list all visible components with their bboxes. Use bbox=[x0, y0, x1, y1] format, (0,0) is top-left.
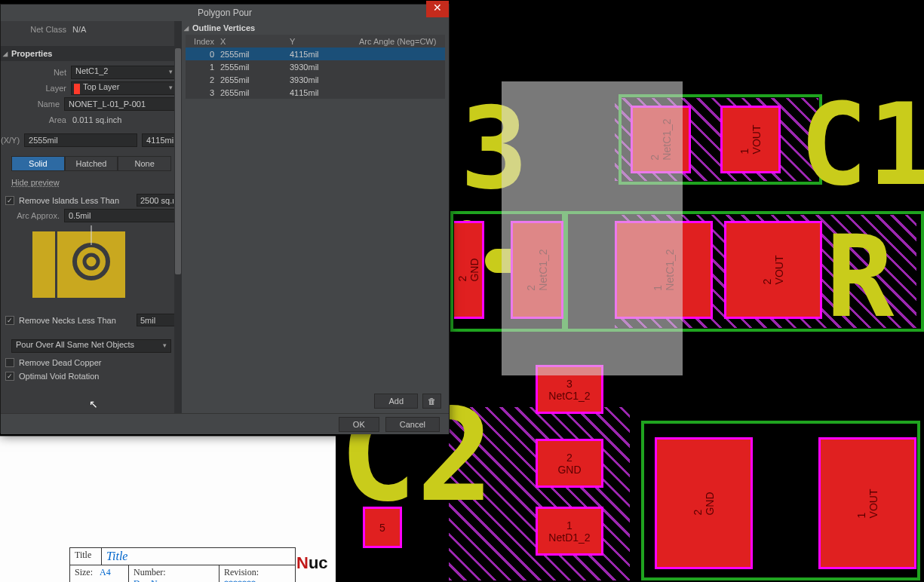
title-value: Title bbox=[102, 548, 295, 565]
net-combo[interactable]: NetC1_2 bbox=[71, 66, 177, 79]
properties-panel: Net Class N/A Properties Net NetC1_2 Lay… bbox=[1, 21, 182, 413]
pad[interactable]: 1VOUT bbox=[720, 106, 781, 173]
dialog-title: Polygon Pour bbox=[198, 8, 252, 18]
hide-preview-link[interactable]: Hide preview bbox=[11, 178, 60, 187]
number-value: Doc Num bbox=[134, 578, 169, 582]
svg-rect-1 bbox=[32, 231, 55, 298]
xy-label: (X/Y) bbox=[1, 136, 24, 145]
pad[interactable]: 2GND bbox=[655, 437, 753, 569]
col-x: X bbox=[220, 37, 290, 46]
name-label: Name bbox=[1, 100, 64, 109]
remove-necks-label: Remove Necks Less Than bbox=[19, 316, 116, 325]
silkscreen-text: C1 bbox=[800, 79, 924, 210]
pad[interactable]: 2GND bbox=[454, 221, 484, 319]
pad[interactable]: 1VOUT bbox=[818, 437, 916, 569]
outline-section-header[interactable]: Outline Vertices bbox=[182, 21, 449, 35]
schematic-sheet[interactable]: Title Title Size: A4 Number: Doc Num Rev… bbox=[0, 436, 336, 582]
remove-islands-label: Remove Islands Less Than bbox=[19, 196, 119, 205]
remove-islands-value[interactable] bbox=[137, 194, 177, 207]
pour-preview bbox=[23, 225, 159, 308]
vertices-table[interactable]: Index X Y Arc Angle (Neg=CW) 0 2555mil 4… bbox=[186, 35, 445, 99]
pad[interactable]: 1NetD1_2 bbox=[536, 507, 603, 556]
title-block: Title Title Size: A4 Number: Doc Num Rev… bbox=[69, 547, 296, 582]
pad[interactable]: 2GND bbox=[536, 439, 603, 488]
table-row[interactable]: 3 2655mil 4115mil bbox=[186, 86, 445, 99]
pad[interactable]: 2VOUT bbox=[724, 221, 822, 319]
dialog-footer: OK Cancel bbox=[1, 413, 449, 434]
fill-mode-segment: Solid Hatched None bbox=[11, 156, 171, 171]
revision-value: ******* bbox=[224, 578, 256, 582]
number-label: Number: bbox=[134, 567, 166, 577]
logo: Nuc bbox=[296, 553, 328, 573]
col-y: Y bbox=[290, 37, 359, 46]
layer-label: Layer bbox=[1, 84, 71, 93]
size-label: Size: bbox=[75, 567, 93, 577]
arc-approx-label: Arc Approx. bbox=[1, 211, 64, 220]
mouse-cursor-icon: ↖ bbox=[89, 398, 98, 410]
remove-islands-checkbox[interactable] bbox=[5, 196, 14, 205]
scrollbar-thumb[interactable] bbox=[175, 48, 181, 274]
net-label: Net bbox=[1, 68, 71, 77]
ok-button[interactable]: OK bbox=[339, 417, 379, 432]
dialog-titlebar[interactable]: Polygon Pour ✕ bbox=[1, 5, 449, 21]
col-arc: Arc Angle (Neg=CW) bbox=[359, 37, 442, 46]
net-class-value: N/A bbox=[71, 25, 86, 34]
remove-necks-checkbox[interactable] bbox=[5, 316, 14, 325]
optimal-void-rotation-label: Optimal Void Rotation bbox=[19, 372, 99, 381]
size-value: A4 bbox=[100, 567, 111, 577]
net-class-label: Net Class bbox=[1, 25, 71, 34]
selection-overlay bbox=[502, 81, 683, 375]
table-row[interactable]: 1 2555mil 3930mil bbox=[186, 60, 445, 73]
layer-swatch-icon bbox=[74, 84, 80, 94]
fill-mode-solid[interactable]: Solid bbox=[11, 156, 65, 171]
preview-graphic-icon bbox=[23, 225, 159, 308]
close-button[interactable]: ✕ bbox=[426, 1, 449, 17]
col-index: Index bbox=[189, 37, 220, 46]
delete-vertex-button[interactable]: 🗑 bbox=[422, 394, 441, 409]
fill-mode-hatched[interactable]: Hatched bbox=[65, 156, 118, 171]
polygon-pour-dialog: Polygon Pour ✕ Net Class N/A Properties … bbox=[0, 4, 450, 433]
arc-approx-input[interactable] bbox=[64, 209, 177, 222]
silkscreen-text: R bbox=[826, 211, 894, 342]
trash-icon: 🗑 bbox=[428, 397, 436, 406]
outline-vertices-panel: Outline Vertices Index X Y Arc Angle (Ne… bbox=[182, 21, 449, 413]
properties-section-header[interactable]: Properties bbox=[1, 46, 182, 61]
table-row[interactable]: 0 2555mil 4115mil bbox=[186, 47, 445, 60]
add-vertex-button[interactable]: Add bbox=[374, 394, 418, 409]
revision-label: Revision: bbox=[224, 567, 259, 577]
table-row[interactable]: 2 2655mil 3930mil bbox=[186, 73, 445, 86]
table-header: Index X Y Arc Angle (Neg=CW) bbox=[186, 35, 445, 47]
name-input[interactable] bbox=[64, 97, 177, 111]
layer-combo[interactable]: Top Layer bbox=[71, 81, 177, 95]
optimal-void-rotation-checkbox[interactable] bbox=[5, 372, 14, 381]
cancel-button[interactable]: Cancel bbox=[385, 417, 440, 432]
pad[interactable]: 5 bbox=[363, 507, 402, 548]
remove-dead-copper-checkbox[interactable] bbox=[5, 358, 14, 367]
remove-necks-value[interactable] bbox=[137, 314, 177, 326]
area-value: 0.011 sq.inch bbox=[71, 115, 121, 124]
pour-over-combo[interactable]: Pour Over All Same Net Objects bbox=[11, 339, 171, 353]
title-label: Title bbox=[70, 548, 102, 565]
panel-scrollbar[interactable] bbox=[174, 21, 182, 413]
x-input[interactable] bbox=[24, 133, 137, 147]
remove-dead-copper-label: Remove Dead Copper bbox=[19, 358, 101, 367]
close-icon: ✕ bbox=[433, 2, 442, 14]
area-label: Area bbox=[1, 115, 71, 124]
fill-mode-none[interactable]: None bbox=[118, 156, 171, 171]
